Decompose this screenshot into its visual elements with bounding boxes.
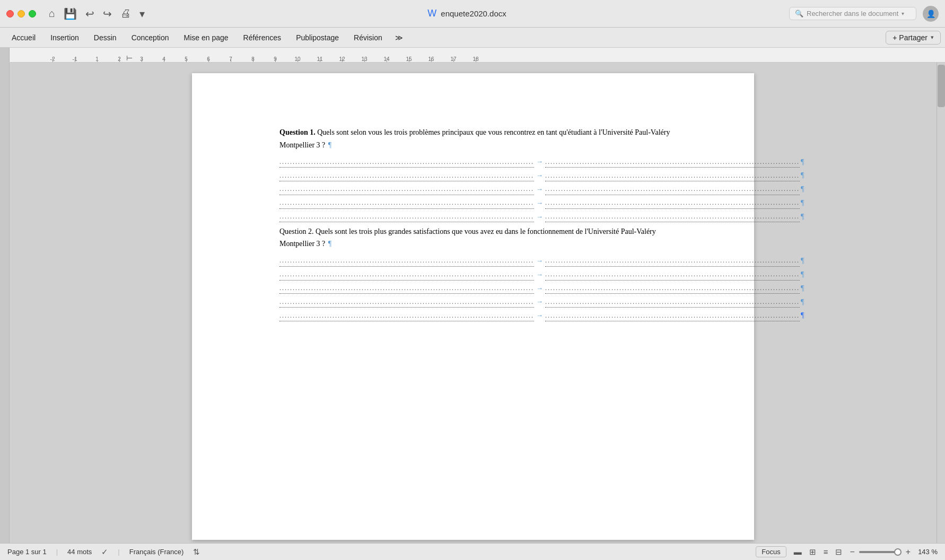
avatar[interactable]: 👤 [923,6,939,22]
ruler-mark: 1 [86,56,108,62]
statusbar-right: Focus ▬ ⊞ ≡ ⊟ − + 143 % [756,546,938,557]
print-icon[interactable]: 🖨 [120,7,131,20]
pilcrow-icon: ¶ [801,255,804,267]
dots: ........................................… [545,156,800,168]
menu-revision[interactable]: Révision [346,31,390,45]
zoom-track[interactable] [859,551,902,553]
pilcrow-icon: ¶ [801,211,804,223]
ruler: -2 -1 1 2 3 4 5 6 7 8 9 10 11 12 13 14 1… [0,48,945,63]
menu-mise-en-page[interactable]: Mise en page [176,31,235,45]
share-label: + Partager [892,33,928,42]
tab-arrow-icon: → [536,197,543,209]
menu-more[interactable]: ≫ [390,31,408,45]
status-sep-2: | [118,548,119,556]
redo-icon[interactable]: ↪ [103,7,112,20]
dots: ........................................… [545,296,800,308]
titlebar-icons: ⌂ 💾 ↩ ↪ 🖨 ▾ [49,7,145,20]
menu-publipostage[interactable]: Publipostage [288,31,346,45]
statusbar: Page 1 sur 1 | 44 mots ✓ | Français (Fra… [0,543,945,560]
focus-label[interactable]: Focus [756,546,786,557]
ruler-mark: 4 [153,56,175,62]
main-area: Question 1. Quels sont selon vous les tr… [0,63,945,543]
customize-icon[interactable]: ▾ [139,7,145,20]
share-button[interactable]: + Partager ▾ [886,31,941,45]
menu-accueil[interactable]: Accueil [4,31,43,45]
ruler-marks: -2 -1 1 2 3 4 5 6 7 8 9 10 11 12 13 14 1… [10,48,945,62]
dots: ........................................… [279,156,534,168]
zoom-minus-button[interactable]: − [850,547,854,557]
dotted-line-q2-3: ........................................… [279,282,685,295]
document-page[interactable]: Question 1. Quels sont selon vous les tr… [192,73,754,540]
zoom-handle[interactable] [894,548,902,556]
tab-arrow-icon: → [536,255,543,267]
menu-dessin[interactable]: Dessin [86,31,124,45]
tab-arrow-icon: → [536,170,543,181]
menu-insertion[interactable]: Insertion [43,31,86,45]
dots: ........................................… [545,283,800,294]
search-icon: 🔍 [795,10,803,18]
dots: ........................................… [279,211,534,222]
minimize-button[interactable] [18,10,25,18]
home-icon[interactable]: ⌂ [49,7,55,20]
dots: ........................................… [279,296,534,308]
ruler-mark: 7 [220,56,242,62]
question1-block: Question 1. Quels sont selon vous les tr… [279,126,685,152]
titlebar-center: W enquete2020.docx [149,8,785,19]
ruler-content: -2 -1 1 2 3 4 5 6 7 8 9 10 11 12 13 14 1… [10,48,945,62]
tab-arrow-icon: → [536,296,543,308]
dots: ........................................… [279,269,534,280]
question2-block: Question 2. Quels sont les trois plus gr… [279,225,685,251]
menubar: Accueil Insertion Dessin Conception Mise… [0,28,945,48]
ruler-mark: 17 [442,56,465,62]
question1-body: Quels sont selon vous les trois problème… [279,128,670,149]
view-icon-2[interactable]: ⊞ [809,547,816,557]
pilcrow-icon: ¶ [801,282,804,295]
word-count: 44 mots [67,548,92,556]
view-icon-4[interactable]: ⊟ [835,547,842,557]
question1-label: Question 1. [279,128,316,136]
save-icon[interactable]: 💾 [64,7,77,20]
window-controls [6,10,36,18]
tab-arrow-icon: → [536,283,543,294]
menu-references[interactable]: Références [236,31,289,45]
right-scrollbar[interactable] [937,63,945,543]
maximize-button[interactable] [29,10,36,18]
dotted-line-q1-5: ........................................… [279,211,685,223]
titlebar: ⌂ 💾 ↩ ↪ 🖨 ▾ W enquete2020.docx 🔍 Recherc… [0,0,945,28]
dots: ........................................… [279,183,534,195]
ruler-mark: 3 [130,56,153,62]
spellcheck-icon[interactable]: ✓ [101,547,108,557]
status-sep-1: | [56,548,58,556]
dots: ........................................… [545,269,800,280]
ruler-mark: 9 [264,56,286,62]
dots: ........................................… [279,255,534,266]
pilcrow-icon: ¶ [801,309,804,322]
ruler-mark: 13 [353,56,375,62]
undo-icon[interactable]: ↩ [85,7,94,20]
dotted-line-q1-4: ........................................… [279,197,685,209]
search-bar[interactable]: 🔍 Rechercher dans le document ▾ [789,7,916,20]
ruler-tab: ⊢ [126,54,133,62]
document-title: enquete2020.docx [441,9,506,18]
view-icon-1[interactable]: ▬ [794,547,802,556]
share-chevron-icon: ▾ [931,34,934,41]
zoom-plus-button[interactable]: + [906,547,911,557]
ruler-mark: 10 [286,56,309,62]
tab-arrow-icon: → [536,183,543,195]
page-count: Page 1 sur 1 [7,548,47,556]
document-area[interactable]: Question 1. Quels sont selon vous les tr… [10,63,937,543]
close-button[interactable] [6,10,14,18]
language-icon[interactable]: ⇅ [193,547,200,557]
scrollbar-thumb[interactable] [938,65,945,107]
tab-arrow-icon: → [536,156,543,168]
dots: ........................................… [279,310,534,321]
dotted-line-q1-1: ........................................… [279,156,685,169]
pilcrow-icon: ¶ [801,197,804,209]
question2-label: Question 2. [279,228,314,235]
view-icon-3[interactable]: ≡ [824,547,828,556]
language: Français (France) [129,548,184,556]
menu-conception[interactable]: Conception [124,31,177,45]
search-chevron-icon: ▾ [902,11,904,16]
zoom-slider[interactable]: − + [850,547,911,557]
tab-arrow-icon: → [536,310,543,321]
